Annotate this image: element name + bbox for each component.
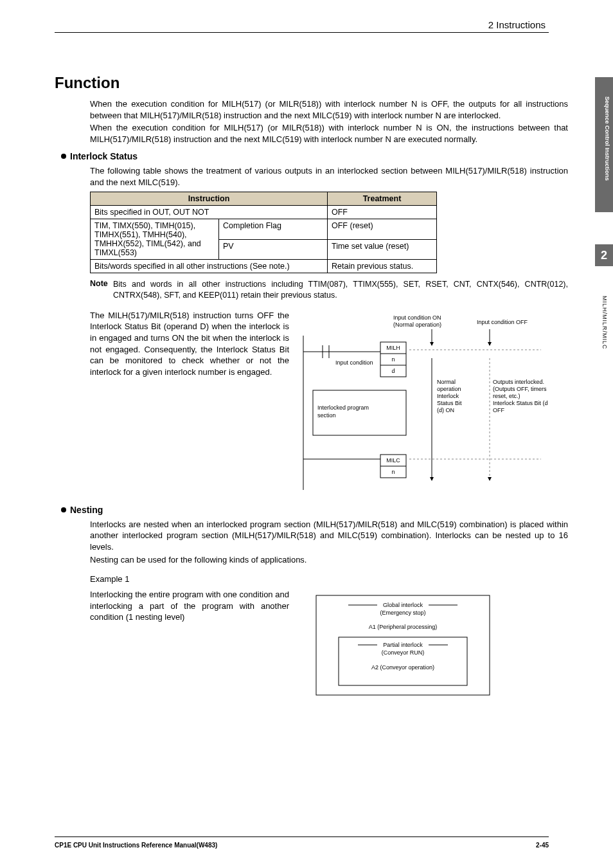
d1-milh: MILH <box>386 345 400 351</box>
th-treatment: Treatment <box>328 192 437 206</box>
diagram-2: Global interlock (Emergency stop) A1 (Pe… <box>297 589 568 700</box>
intro-p1: When the execution condition for MILH(51… <box>90 98 568 121</box>
intro-p2: When the execution condition for MILH(51… <box>90 122 568 145</box>
footer: CP1E CPU Unit Instructions Reference Man… <box>55 842 549 849</box>
r2c1a: TIM, TIMX(550), TIMH(015), TIMHX(551), T… <box>91 219 219 260</box>
d1-condoff: Input condition OFF <box>477 319 528 325</box>
d1-sec2: section <box>317 412 336 419</box>
interlock-desc: The following table shows the treatment … <box>90 165 568 188</box>
note-body: Bits and words in all other instructions… <box>113 279 568 301</box>
d1-n2: n <box>391 469 395 475</box>
page-title: Function <box>55 74 568 92</box>
bullet-icon <box>61 154 66 159</box>
d2-emerg: (Emergency stop) <box>380 610 425 616</box>
r4c2: Retain previous status. <box>328 260 437 273</box>
d2-partial: Partial interlock <box>383 642 423 648</box>
note-label: Note <box>90 279 108 288</box>
d1-sec1: Interlocked program <box>317 404 369 411</box>
r2c2: OFF (reset) <box>328 219 437 240</box>
r4c1: Bits/words specified in all other instru… <box>91 260 328 273</box>
d1-norm3: Interlock <box>437 393 459 399</box>
d1-norm2: operation <box>437 386 461 392</box>
nesting-p2: Nesting can be used for the following ki… <box>90 554 568 566</box>
subhead-interlock: Interlock Status <box>61 151 568 161</box>
note: Note Bits and words in all other instruc… <box>90 278 568 301</box>
r2c1b: Completion Flag <box>219 219 328 240</box>
d2-a2: A2 (Conveyor operation) <box>371 664 434 671</box>
treatment-table: Instruction Treatment Bits specified in … <box>90 192 437 273</box>
header-rule <box>55 32 549 33</box>
d1-condon: Input condition ON <box>393 314 441 321</box>
diagram-1: MILH n d Input condition Interlocked pro… <box>297 310 568 498</box>
d1-out2: (Outputs OFF, timers <box>493 386 547 392</box>
subhead-nesting-text: Nesting <box>70 505 103 515</box>
footer-rule <box>55 836 549 837</box>
interlock-para: The MILH(517)/MILR(518) instruction turn… <box>90 310 289 498</box>
side-page-label: MILH/MILR/MILC <box>601 296 608 350</box>
d1-out1: Outputs interlocked. <box>493 379 544 385</box>
d2-a1: A1 (Peripheral processing) <box>369 624 438 630</box>
d2-global: Global interlock <box>383 602 423 608</box>
chapter-tab: 2 <box>595 244 613 266</box>
th-instruction: Instruction <box>91 192 328 206</box>
subhead-interlock-text: Interlock Status <box>70 151 138 161</box>
example-title: Example 1 <box>90 574 568 584</box>
d1-out3: reset, etc.) <box>493 393 520 399</box>
r3c2: Time set value (reset) <box>328 239 437 260</box>
d1-norm4: Status Bit <box>437 400 462 406</box>
r1c2: OFF <box>328 206 437 219</box>
d1-out5: OFF <box>493 407 504 413</box>
d1-out4: Interlock Status Bit (d) <box>493 400 547 406</box>
subhead-nesting: Nesting <box>61 505 568 515</box>
nesting-p1: Interlocks are nested when an interlocke… <box>90 519 568 553</box>
d1-d: d <box>391 368 395 374</box>
footer-manual: CP1E CPU Unit Instructions Reference Man… <box>55 842 217 849</box>
d1-inputcond: Input condition <box>335 359 373 366</box>
r1c1: Bits specified in OUT, OUT NOT <box>91 206 328 219</box>
d1-milc: MILC <box>386 457 400 464</box>
example-desc: Interlocking the entire program with one… <box>90 589 289 700</box>
chapter-number: 2 <box>601 249 607 262</box>
r3c1b: PV <box>219 239 328 260</box>
side-group-label: Sequence Control Instructions <box>604 96 610 181</box>
d1-condon2: (Normal operation) <box>393 321 441 328</box>
d1-n1: n <box>391 356 395 363</box>
d1-norm5: (d) ON <box>437 407 454 413</box>
d1-norm1: Normal <box>437 379 456 385</box>
footer-page: 2-45 <box>536 842 549 849</box>
header-section: 2 Instructions <box>488 19 546 30</box>
bullet-icon-2 <box>61 507 66 512</box>
d2-conv: (Conveyor RUN) <box>382 649 425 656</box>
